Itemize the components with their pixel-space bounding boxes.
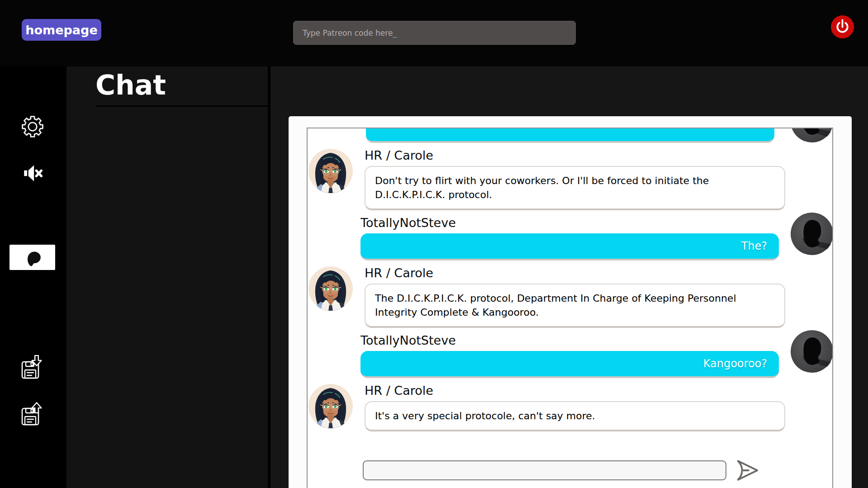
message-bubble: Kangooroo?	[360, 351, 779, 378]
sidebar	[0, 66, 66, 488]
message-author: HR / Carole	[365, 384, 785, 398]
top-bar: homepage	[0, 0, 868, 66]
message-group: HR / Carole It's a very special protocol…	[308, 384, 832, 431]
avatar-totallynotsteve	[790, 330, 832, 373]
chat-panel: HR / Carole Don't try to flirt with your…	[307, 128, 833, 488]
game-screen: homepage Chat	[0, 0, 868, 488]
message-text: It's a very special protocole, can't say…	[375, 410, 595, 422]
message-group: TotallyNotSteve Kangooroo?	[308, 333, 832, 378]
page-title: Chat	[95, 69, 166, 101]
message-text: The D.I.C.K.P.I.C.K. protocol, Departmen…	[375, 293, 736, 318]
avatar-totallynotsteve	[790, 212, 832, 256]
sound-muted-icon[interactable]	[20, 162, 45, 185]
homepage-button[interactable]: homepage	[22, 19, 101, 41]
message-scroll-area[interactable]: HR / Carole Don't try to flirt with your…	[308, 128, 832, 438]
message-author: TotallyNotSteve	[360, 216, 779, 230]
avatar-carole	[308, 266, 353, 311]
chat-window: HR / Carole Don't try to flirt with your…	[289, 116, 852, 488]
message-bubble: The?	[360, 233, 779, 261]
partial-older-message-bubble	[366, 128, 774, 143]
message-text: The?	[741, 240, 767, 252]
chat-message-input[interactable]	[363, 460, 726, 480]
power-icon	[833, 17, 852, 37]
send-paper-plane-icon	[733, 456, 761, 484]
message-bubble: It's a very special protocole, can't say…	[365, 401, 785, 431]
avatar-carole	[308, 148, 353, 194]
load-game-icon[interactable]	[20, 402, 45, 428]
avatar-totallynotsteve-partial	[790, 128, 832, 143]
title-underline	[95, 105, 270, 107]
message-bubble: Don't try to flirt with your coworkers. …	[365, 166, 785, 210]
patreon-code-input[interactable]	[293, 21, 576, 45]
message-author: TotallyNotSteve	[360, 333, 779, 347]
message-group: HR / Carole Don't try to flirt with your…	[308, 148, 832, 210]
avatar-carole	[308, 384, 353, 429]
save-game-icon[interactable]	[20, 355, 45, 381]
patreon-icon[interactable]	[9, 245, 55, 270]
power-quit-button[interactable]	[831, 15, 854, 38]
message-text: Kangooroo?	[703, 357, 767, 370]
message-text: Don't try to flirt with your coworkers. …	[375, 175, 709, 200]
main-panel: HR / Carole Don't try to flirt with your…	[270, 66, 868, 488]
message-author: HR / Carole	[365, 266, 785, 280]
message-group: TotallyNotSteve The?	[308, 216, 832, 261]
send-button[interactable]	[733, 456, 761, 484]
message-author: HR / Carole	[365, 148, 785, 162]
settings-gear-icon[interactable]	[21, 115, 44, 138]
message-bubble: The D.I.C.K.P.I.C.K. protocol, Departmen…	[365, 284, 785, 328]
message-group: HR / Carole The D.I.C.K.P.I.C.K. protoco…	[308, 266, 832, 328]
chat-nav-panel: Chat	[66, 66, 269, 488]
